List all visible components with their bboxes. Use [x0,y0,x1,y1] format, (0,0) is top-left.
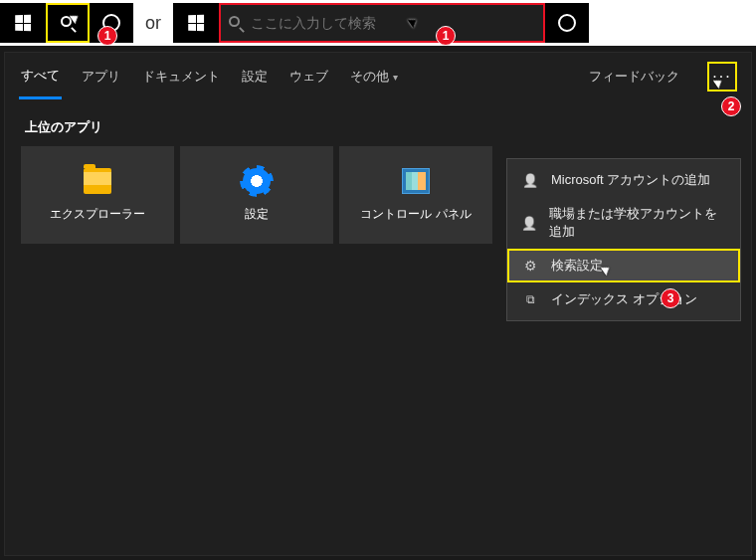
tab-more-label: その他 [350,69,389,84]
chevron-down-icon: ▾ [393,72,398,83]
tab-apps[interactable]: アプリ [80,56,122,97]
settings-gear-icon [243,168,271,194]
index-icon [521,292,539,306]
tab-all[interactable]: すべて [19,55,62,99]
app-label: コントロール パネル [360,206,471,223]
tab-settings[interactable]: 設定 [240,56,270,97]
menu-add-work-account[interactable]: 職場または学校アカウントを追加 [507,197,740,249]
windows-logo-icon [15,15,31,31]
cortana-button-2[interactable] [545,3,589,43]
more-options-menu: Microsoft アカウントの追加 職場または学校アカウントを追加 検索設定 … [506,158,741,321]
search-tabs: すべて アプリ ドキュメント 設定 ウェブ その他▾ フィードバック ··· [5,53,751,100]
more-options-button[interactable]: ··· [707,62,737,92]
app-label: 設定 [245,206,269,223]
tab-documents[interactable]: ドキュメント [140,56,222,97]
menu-search-settings[interactable]: 検索設定 [507,249,740,282]
top-app-explorer[interactable]: エクスプローラー [21,146,174,244]
app-label: エクスプローラー [50,206,145,223]
start-button-2[interactable] [173,3,219,43]
top-app-control-panel[interactable]: コントロール パネル [339,146,492,244]
person-add-icon [521,216,537,231]
taskbar-search-box[interactable] [219,3,545,43]
step-badge-2: 2 [721,96,741,116]
menu-label: 職場または学校アカウントを追加 [549,205,726,241]
tab-web[interactable]: ウェブ [287,56,330,97]
gear-icon [521,258,539,274]
taskbar-searchbox-mode [173,3,589,43]
search-icon [61,16,75,30]
step-badge-1: 1 [97,26,117,46]
step-badge-1b: 1 [436,26,456,46]
ellipsis-icon: ··· [712,68,731,86]
file-explorer-icon [84,168,111,194]
top-app-settings[interactable]: 設定 [180,146,333,244]
feedback-link[interactable]: フィードバック [589,68,679,86]
search-icon [229,16,243,30]
top-apps-heading: 上位のアプリ [5,100,751,146]
cortana-circle-icon [558,14,576,32]
or-label: or [145,13,161,34]
person-add-icon [521,173,539,188]
control-panel-icon [402,168,430,194]
menu-add-ms-account[interactable]: Microsoft アカウントの追加 [507,163,740,197]
start-button[interactable] [0,3,46,43]
menu-label: Microsoft アカウントの追加 [551,171,710,189]
tab-more[interactable]: その他▾ [348,56,400,97]
windows-logo-icon [188,15,204,31]
menu-index-options[interactable]: インデックス オプション 3 [507,282,740,316]
search-icon-button[interactable] [46,3,90,43]
search-input[interactable] [251,15,535,31]
menu-label: 検索設定 [551,257,603,275]
step-badge-3: 3 [661,288,680,308]
search-panel: すべて アプリ ドキュメント 設定 ウェブ その他▾ フィードバック ··· 2… [4,52,752,556]
taskbar-examples: 1 or 1 [0,0,756,46]
